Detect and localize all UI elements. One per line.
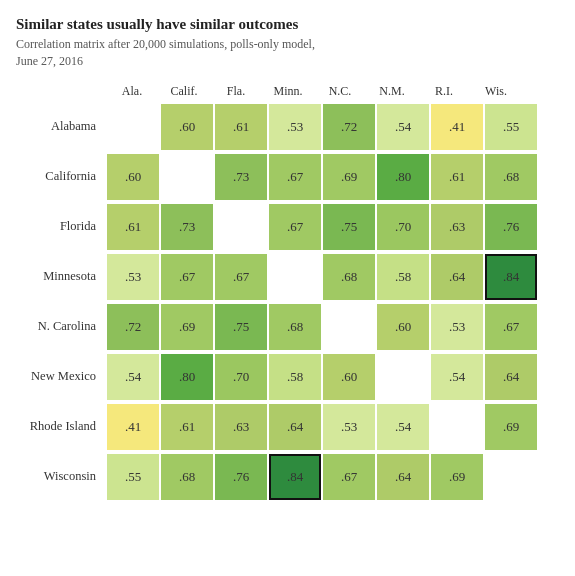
cell-5-1: .80: [161, 354, 213, 400]
cell-7-3: .84: [269, 454, 321, 500]
cell-6-3: .64: [269, 404, 321, 450]
cell-5-4: .60: [323, 354, 375, 400]
cell-3-4: .68: [323, 254, 375, 300]
cell-3-0: .53: [107, 254, 159, 300]
cell-5-3: .58: [269, 354, 321, 400]
row-label-3: Minnesota: [16, 269, 106, 284]
cell-3-3: [269, 254, 321, 300]
cell-6-2: .63: [215, 404, 267, 450]
col-header-4: N.C.: [314, 84, 366, 103]
col-header-6: R.I.: [418, 84, 470, 103]
cell-7-1: .68: [161, 454, 213, 500]
cell-3-2: .67: [215, 254, 267, 300]
row-label-6: Rhode Island: [16, 419, 106, 434]
cell-1-7: .68: [485, 154, 537, 200]
col-header-7: Wis.: [470, 84, 522, 103]
cell-2-5: .70: [377, 204, 429, 250]
cell-0-1: .60: [161, 104, 213, 150]
matrix-row-7: Wisconsin.55.68.76.84.67.64.69: [16, 453, 559, 501]
cell-5-2: .70: [215, 354, 267, 400]
cell-7-7: [485, 454, 537, 500]
matrix-row-6: Rhode Island.41.61.63.64.53.54.69: [16, 403, 559, 451]
col-header-1: Calif.: [158, 84, 210, 103]
cell-4-7: .67: [485, 304, 537, 350]
cell-7-6: .69: [431, 454, 483, 500]
cell-5-0: .54: [107, 354, 159, 400]
cell-4-0: .72: [107, 304, 159, 350]
chart-subtitle: Correlation matrix after 20,000 simulati…: [16, 36, 559, 70]
chart-container: Similar states usually have similar outc…: [16, 16, 559, 503]
col-header-3: Minn.: [262, 84, 314, 103]
cell-6-6: [431, 404, 483, 450]
cell-6-1: .61: [161, 404, 213, 450]
row-label-1: California: [16, 169, 106, 184]
cell-6-0: .41: [107, 404, 159, 450]
cell-0-4: .72: [323, 104, 375, 150]
cell-0-2: .61: [215, 104, 267, 150]
cell-3-7: .84: [485, 254, 537, 300]
cell-2-4: .75: [323, 204, 375, 250]
cell-1-2: .73: [215, 154, 267, 200]
cell-3-1: .67: [161, 254, 213, 300]
col-header-5: N.M.: [366, 84, 418, 103]
column-headers: Ala.Calif.Fla.Minn.N.C.N.M.R.I.Wis.: [106, 84, 559, 103]
cell-4-1: .69: [161, 304, 213, 350]
chart-title: Similar states usually have similar outc…: [16, 16, 559, 33]
cell-4-2: .75: [215, 304, 267, 350]
cell-0-3: .53: [269, 104, 321, 150]
cell-4-4: [323, 304, 375, 350]
row-label-5: New Mexico: [16, 369, 106, 384]
cell-2-2: [215, 204, 267, 250]
cell-5-6: .54: [431, 354, 483, 400]
cell-6-7: .69: [485, 404, 537, 450]
cell-2-1: .73: [161, 204, 213, 250]
cell-2-7: .76: [485, 204, 537, 250]
cell-0-6: .41: [431, 104, 483, 150]
cell-5-7: .64: [485, 354, 537, 400]
cell-2-0: .61: [107, 204, 159, 250]
row-label-2: Florida: [16, 219, 106, 234]
cell-0-5: .54: [377, 104, 429, 150]
matrix-row-0: Alabama.60.61.53.72.54.41.55: [16, 103, 559, 151]
cell-7-5: .64: [377, 454, 429, 500]
matrix-row-4: N. Carolina.72.69.75.68.60.53.67: [16, 303, 559, 351]
cell-4-5: .60: [377, 304, 429, 350]
cell-5-5: [377, 354, 429, 400]
cell-1-1: [161, 154, 213, 200]
matrix: Ala.Calif.Fla.Minn.N.C.N.M.R.I.Wis. Alab…: [16, 84, 559, 503]
col-header-2: Fla.: [210, 84, 262, 103]
cell-1-3: .67: [269, 154, 321, 200]
cell-7-2: .76: [215, 454, 267, 500]
cell-7-0: .55: [107, 454, 159, 500]
cell-0-7: .55: [485, 104, 537, 150]
matrix-rows: Alabama.60.61.53.72.54.41.55California.6…: [16, 103, 559, 503]
col-header-0: Ala.: [106, 84, 158, 103]
cell-3-6: .64: [431, 254, 483, 300]
cell-1-6: .61: [431, 154, 483, 200]
cell-2-3: .67: [269, 204, 321, 250]
row-label-7: Wisconsin: [16, 469, 106, 484]
cell-3-5: .58: [377, 254, 429, 300]
row-label-0: Alabama: [16, 119, 106, 134]
cell-6-4: .53: [323, 404, 375, 450]
cell-7-4: .67: [323, 454, 375, 500]
matrix-row-3: Minnesota.53.67.67.68.58.64.84: [16, 253, 559, 301]
matrix-row-2: Florida.61.73.67.75.70.63.76: [16, 203, 559, 251]
cell-4-6: .53: [431, 304, 483, 350]
cell-6-5: .54: [377, 404, 429, 450]
cell-1-5: .80: [377, 154, 429, 200]
matrix-row-1: California.60.73.67.69.80.61.68: [16, 153, 559, 201]
cell-0-0: [107, 104, 159, 150]
row-label-4: N. Carolina: [16, 319, 106, 334]
matrix-row-5: New Mexico.54.80.70.58.60.54.64: [16, 353, 559, 401]
cell-4-3: .68: [269, 304, 321, 350]
cell-1-0: .60: [107, 154, 159, 200]
cell-2-6: .63: [431, 204, 483, 250]
cell-1-4: .69: [323, 154, 375, 200]
